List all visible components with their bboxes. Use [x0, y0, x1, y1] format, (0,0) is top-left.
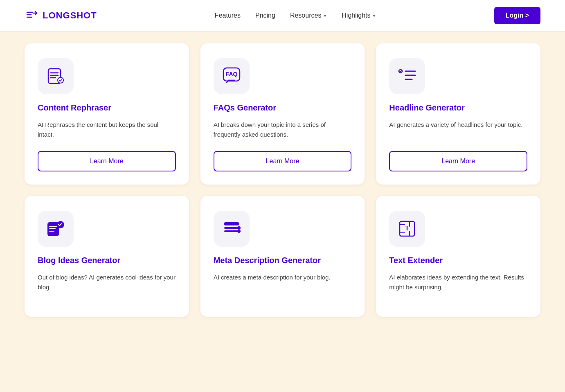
card-text-extender: T Text Extender AI elaborates ideas by e… — [376, 196, 540, 317]
highlights-chevron-icon: ▼ — [372, 14, 376, 18]
card-desc-faqs: AI breaks down your topic into a series … — [214, 120, 352, 140]
card-title-headline: Headline Generator — [389, 103, 465, 113]
blog-icon — [45, 218, 66, 239]
learn-more-faqs[interactable]: Learn More — [214, 151, 352, 171]
faq-icon: FAQ — [221, 65, 242, 87]
svg-rect-0 — [25, 8, 39, 23]
card-icon-wrapper-blog — [38, 211, 74, 247]
card-faqs-generator: FAQ FAQs Generator AI breaks down your t… — [200, 43, 365, 185]
card-title-text-extender: Text Extender — [389, 256, 443, 265]
nav-resources[interactable]: Resources ▼ — [290, 12, 327, 19]
card-title-faqs: FAQs Generator — [214, 103, 276, 113]
nav-pricing[interactable]: Pricing — [255, 12, 275, 19]
card-grid-row1: Content Rephraser AI Rephrases the conte… — [25, 43, 540, 185]
card-meta-description: Meta Description Generator AI creates a … — [200, 196, 365, 317]
svg-rect-20 — [224, 230, 239, 232]
svg-point-21 — [237, 226, 241, 230]
card-desc-rephraser: AI Rephrases the content but keeps the s… — [38, 120, 176, 140]
learn-more-headline[interactable]: Learn More — [389, 151, 527, 171]
svg-rect-18 — [224, 222, 239, 225]
card-icon-wrapper-faq: FAQ — [214, 58, 250, 94]
logo[interactable]: LONGSHOT — [25, 8, 97, 23]
card-title-blog: Blog Ideas Generator — [38, 256, 120, 265]
nav-highlights[interactable]: Highlights ▼ — [342, 12, 376, 19]
card-title-meta: Meta Description Generator — [214, 256, 321, 265]
card-icon-wrapper-meta — [214, 211, 250, 247]
card-desc-text-extender: AI elaborates ideas by extending the tex… — [389, 273, 527, 292]
card-title-rephraser: Content Rephraser — [38, 103, 111, 113]
card-desc-meta: AI creates a meta description for your b… — [214, 273, 331, 292]
nav-links: Features Pricing Resources ▼ Highlights … — [215, 12, 376, 19]
nav-features[interactable]: Features — [215, 12, 241, 19]
headline-icon — [396, 65, 418, 87]
meta-icon — [221, 218, 242, 239]
card-headline-generator: Headline Generator AI generates a variet… — [376, 43, 540, 185]
resources-chevron-icon: ▼ — [323, 14, 327, 18]
svg-rect-19 — [224, 227, 239, 229]
rephraser-icon — [45, 65, 66, 87]
navbar: LONGSHOT Features Pricing Resources ▼ Hi… — [0, 0, 565, 31]
login-button[interactable]: Login > — [494, 7, 540, 24]
card-icon-wrapper-rephraser — [38, 58, 74, 94]
card-desc-headline: AI generates a variety of headlines for … — [389, 120, 522, 140]
svg-point-5 — [58, 77, 63, 83]
card-grid-row2: Blog Ideas Generator Out of blog ideas? … — [25, 196, 540, 317]
svg-text:T: T — [405, 225, 410, 232]
card-content-rephraser: Content Rephraser AI Rephrases the conte… — [25, 43, 189, 185]
main-content: Content Rephraser AI Rephrases the conte… — [0, 31, 565, 345]
logo-text: LONGSHOT — [43, 10, 97, 21]
card-icon-wrapper-text-extender: T — [389, 211, 425, 247]
card-desc-blog: Out of blog ideas? AI generates cool ide… — [38, 273, 176, 292]
text-extender-icon: T — [396, 218, 418, 239]
svg-text:FAQ: FAQ — [225, 71, 237, 77]
logo-icon — [25, 8, 39, 23]
svg-point-22 — [237, 230, 241, 233]
card-blog-ideas: Blog Ideas Generator Out of blog ideas? … — [25, 196, 189, 317]
learn-more-rephraser[interactable]: Learn More — [38, 151, 176, 171]
card-icon-wrapper-headline — [389, 58, 425, 94]
